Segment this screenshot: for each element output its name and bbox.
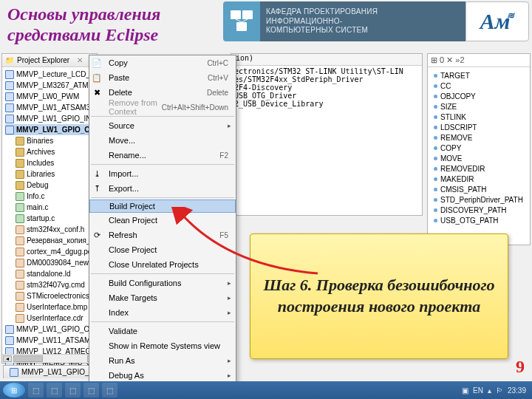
outline-bullet-icon	[434, 115, 437, 119]
menu-item-build-configurations[interactable]: Build Configurations	[89, 276, 236, 290]
tree-item[interactable]: startup.c	[5, 213, 97, 224]
outline-bullet-icon	[434, 95, 437, 98]
outline-item[interactable]: MAKEDIR	[428, 174, 530, 184]
c-icon	[16, 203, 24, 212]
menu-item-label: Make Targets	[109, 293, 157, 302]
menu-item-show-in-remote-systems-view[interactable]: Show in Remote Systems view	[89, 338, 236, 353]
menu-item-close-unrelated-projects[interactable]: Close Unrelated Projects	[89, 257, 236, 272]
editor-body[interactable]: ectronics/STM32 ST-LINK Utility\ST-LINes…	[234, 67, 419, 108]
tree-item[interactable]: STMicroelectronics	[5, 290, 97, 301]
tree-item[interactable]: Резервная_копия_	[5, 235, 97, 246]
menu-item-label: Clean Project	[109, 216, 157, 225]
taskbar-app-3[interactable]: ⬚	[65, 383, 81, 398]
svg-rect-0	[231, 10, 241, 19]
tree-item[interactable]: MMVP_LW0_PWM	[5, 91, 97, 102]
context-menu[interactable]: 📄CopyCtrl+C📋PasteCtrl+V✖DeleteDeleteRemo…	[89, 55, 236, 399]
outline-item[interactable]: CMSIS_PATH	[428, 184, 530, 194]
menu-item-remove-from-context: Remove from ContextCtrl+Alt+Shift+Down	[89, 100, 236, 115]
tree-item[interactable]: MMVP_LW1_GPIO_IN	[5, 113, 97, 124]
horizontal-scrollbar[interactable]: ◂ ▸	[2, 354, 97, 363]
outline-list[interactable]: TARGETCCOBJCOPYSIZESTLINKLDSCRIPTREMOVEC…	[428, 67, 530, 228]
menu-item-close-project[interactable]: Close Project	[89, 242, 236, 257]
outline-item[interactable]: CC	[428, 81, 530, 91]
editor-line: es/STM32F4xx_StdPeriph_Driver	[234, 75, 419, 83]
tree-item[interactable]: Archives	[5, 146, 97, 157]
fP-icon	[5, 103, 14, 112]
outline-toolbar[interactable]: ⊞ 0 ✕ »2	[428, 54, 530, 67]
taskbar[interactable]: ⊞ ⬚ ⬚ ⬚ ⬚ ⬚ ▣ EN ▴ 🏳 23:39	[0, 381, 532, 399]
menu-item-rename[interactable]: Rename...F2	[89, 148, 236, 163]
h-icon	[16, 292, 24, 301]
outline-item[interactable]: SIZE	[428, 101, 530, 112]
outline-item[interactable]: USB_OTG_PATH	[428, 215, 530, 225]
editor-tab[interactable]: ion)	[231, 54, 422, 66]
outline-bullet-icon	[434, 157, 437, 160]
delete-icon: ✖	[91, 86, 103, 98]
tree-item[interactable]: MMVP_Lecture_LCD_T	[5, 69, 97, 80]
menu-item-source[interactable]: Source	[89, 118, 236, 133]
tree-item[interactable]: DM00039084_new.p	[5, 257, 97, 268]
tree-item-label: DM00039084_new.p	[27, 259, 95, 267]
tree-item[interactable]: stm32f407vg.cmd	[5, 279, 97, 290]
tree-item[interactable]: UserInterface.bmp	[5, 301, 97, 313]
menu-item-build-project[interactable]: Build Project	[89, 200, 236, 213]
outline-item[interactable]: OBJCOPY	[428, 91, 530, 101]
outline-item[interactable]: MOVE	[428, 153, 530, 163]
tree-item[interactable]: Binaries	[5, 135, 97, 146]
tree-item[interactable]: Includes	[5, 157, 97, 168]
taskbar-app-1[interactable]: ⬚	[28, 383, 44, 398]
tree-item-label: UserInterface.bmp	[27, 303, 87, 311]
tree-item[interactable]: MMVP_LW1_GPIO_OU	[5, 324, 97, 335]
taskbar-app-4[interactable]: ⬚	[83, 383, 99, 398]
tree-item[interactable]: MMVP_LW1_GPIO_OU	[5, 124, 97, 135]
tray-up-icon[interactable]: ▴	[488, 386, 491, 395]
menu-item-refresh[interactable]: ⟳RefreshF5	[89, 228, 236, 242]
outline-item[interactable]: STD_PeriphDriver_PATH	[428, 194, 530, 205]
menu-item-paste[interactable]: 📋PasteCtrl+V	[89, 70, 236, 85]
menu-item-move[interactable]: Move...	[89, 133, 236, 148]
outline-item[interactable]: TARGET	[428, 70, 530, 81]
tree-item[interactable]: Libraries	[5, 168, 97, 180]
menu-item-export[interactable]: ⤒Export...	[89, 181, 236, 196]
scroll-left-icon[interactable]: ◂	[3, 355, 12, 362]
menu-item-copy[interactable]: 📄CopyCtrl+C	[89, 55, 236, 70]
outline-item[interactable]: DISCOVERY_PATH	[428, 205, 530, 215]
system-tray[interactable]: ▣ EN ▴ 🏳 23:39	[462, 386, 529, 395]
outline-item[interactable]: COPY	[428, 143, 530, 153]
outline-label: USB_OTG_PATH	[440, 216, 499, 225]
menu-item-index[interactable]: Index	[89, 305, 236, 320]
close-icon[interactable]: ✕	[77, 56, 83, 64]
outline-item[interactable]: LDSCRIPT	[428, 122, 530, 132]
taskbar-app-5[interactable]: ⬚	[102, 383, 117, 398]
clock[interactable]: 23:39	[508, 386, 526, 395]
menu-item-run-as[interactable]: Run As	[89, 353, 236, 368]
tree-item[interactable]: cortex_m4_dgug.pc	[5, 246, 97, 257]
tray-icon[interactable]: ▣	[462, 386, 468, 395]
scroll-thumb[interactable]	[13, 355, 43, 362]
tree-item[interactable]: standalone.ld	[5, 268, 97, 279]
tree-item[interactable]: main.c	[5, 202, 97, 213]
outline-item[interactable]: REMOVEDIR	[428, 163, 530, 174]
tree-item[interactable]: MMVP_LM3267_ATME	[5, 80, 97, 91]
outline-item[interactable]: REMOVE	[428, 132, 530, 143]
tree-item[interactable]: UserInterface.cdr	[5, 313, 97, 324]
menu-item-import[interactable]: ⤓Import...	[89, 166, 236, 181]
project-tree[interactable]: MMVP_Lecture_LCD_TMMVP_LM3267_ATMEMMVP_L…	[2, 67, 97, 381]
start-button[interactable]: ⊞	[3, 383, 25, 398]
menu-item-clean-project[interactable]: Clean Project	[89, 213, 236, 228]
tree-item[interactable]: MMVP_LW11_ATSAM3	[5, 335, 97, 346]
menu-item-delete[interactable]: ✖DeleteDelete	[89, 85, 236, 100]
menu-item-make-targets[interactable]: Make Targets	[89, 290, 236, 305]
menu-item-validate[interactable]: Validate	[89, 324, 236, 338]
tray-flag-icon[interactable]: 🏳	[496, 386, 503, 395]
taskbar-app-2[interactable]: ⬚	[47, 383, 62, 398]
tree-item[interactable]: Debug	[5, 180, 97, 191]
tree-item[interactable]: stm32f4xx_conf.h	[5, 224, 97, 235]
project-explorer-header[interactable]: 📁 Project Explorer ✕	[2, 54, 97, 67]
tree-item[interactable]: MMVP_LW1_ATSAM3N	[5, 102, 97, 113]
outline-item[interactable]: STLINK	[428, 112, 530, 122]
language-indicator[interactable]: EN	[473, 386, 483, 395]
menu-item-debug-as[interactable]: Debug As	[89, 368, 236, 383]
editor-pane[interactable]: ion) ectronics/STM32 ST-LINK Utility\ST-…	[231, 53, 423, 216]
tree-item[interactable]: Info.c	[5, 191, 97, 202]
